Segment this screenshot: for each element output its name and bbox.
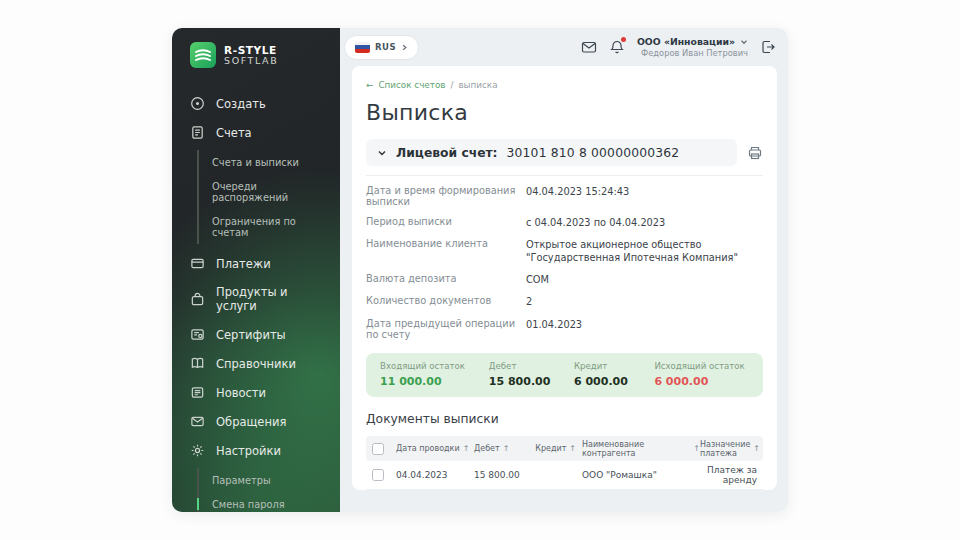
account-selector[interactable]: Лицевой счет: 30101 810 8 00000000362: [366, 139, 737, 166]
sidebar-item-label: Настройки: [216, 444, 281, 458]
sidebar-item-messages[interactable]: Обращения: [190, 408, 326, 435]
field-row: Дата предыдущей операции по счету 01.04.…: [366, 313, 763, 344]
table-row[interactable]: 04.04.2023 15 800.00 ООО "Ромашка" Плате…: [366, 461, 763, 490]
summary-credit: Кредит 6 000.00: [574, 361, 654, 388]
summary-value: 15 800.00: [489, 375, 574, 388]
accounts-icon: [190, 125, 205, 140]
cell-contractor: ООО "Ромашка": [582, 470, 700, 480]
field-label: Наименование клиента: [366, 238, 516, 264]
sidebar-subitem-change-password[interactable]: Смена пароля: [212, 492, 326, 512]
russian-flag-icon: [355, 42, 370, 53]
user-menu[interactable]: ООО «Инновации» Федоров Иван Петрович: [637, 36, 748, 59]
accounts-submenu: Счета и выписки Очереди распоряжений Огр…: [197, 150, 326, 244]
logout-icon[interactable]: [760, 39, 776, 55]
field-row: Период выписки с 04.04.2023 по 04.04.202…: [366, 211, 763, 233]
field-label: Дата и время формирования выписки: [366, 185, 516, 207]
sidebar-item-accounts[interactable]: Счета: [190, 119, 326, 146]
sidebar-item-certificates[interactable]: Сертифиты: [190, 321, 326, 348]
logo-line2: SOFTLAB: [224, 56, 278, 66]
field-value: Открытое акционерное общество "Государст…: [526, 238, 763, 264]
logo-line1: R-STYLE: [224, 45, 278, 56]
topbar: RUS ООО «Инновации» Федоров Иван Петрови…: [340, 28, 788, 66]
content-card: ← Список счетов / выписка Выписка Лицево…: [352, 66, 777, 490]
cell-debit: 15 800.00: [474, 470, 524, 480]
summary-value: 6 000.00: [654, 375, 749, 388]
sidebar-item-products[interactable]: Продукты и услуги: [190, 279, 326, 319]
table-header: Дата проводки↑ Дебет↑ Кредит↑ Наименован…: [366, 436, 763, 461]
field-row: Дата и время формирования выписки 04.04.…: [366, 180, 763, 211]
field-value: с 04.04.2023 по 04.04.2023: [526, 216, 763, 229]
sort-asc-icon: ↑: [503, 444, 510, 453]
breadcrumb-back-arrow-icon[interactable]: ←: [366, 80, 373, 90]
sidebar-item-label: Платежи: [216, 257, 271, 271]
breadcrumb-current: выписка: [458, 80, 497, 90]
field-label: Период выписки: [366, 216, 516, 229]
app-window: R-STYLE SOFTLAB Создать Счета Счета и вы…: [172, 28, 788, 512]
sidebar-item-label: Продукты и услуги: [216, 285, 326, 313]
sort-asc-icon: ↑: [693, 444, 700, 453]
divider: [366, 175, 763, 176]
field-label: Дата предыдущей операции по счету: [366, 318, 516, 340]
logo-text: R-STYLE SOFTLAB: [224, 45, 278, 66]
summary-opening-balance: Входящий остаток 11 000.00: [380, 361, 489, 388]
column-header-credit[interactable]: Кредит↑: [524, 444, 582, 453]
field-label: Количество документов: [366, 295, 516, 308]
create-icon: [190, 96, 205, 111]
sort-asc-icon: ↑: [569, 444, 576, 453]
cell-date: 04.04.2023: [396, 470, 474, 480]
field-row: Валюта депозита COM: [366, 269, 763, 291]
column-header-contractor[interactable]: Наименование контрагента↑: [582, 440, 700, 458]
sidebar-subitem-account-restrictions[interactable]: Ограничения по счетам: [212, 209, 326, 244]
mail-icon[interactable]: [581, 39, 597, 55]
field-value: COM: [526, 273, 763, 286]
balance-summary: Входящий остаток 11 000.00 Дебет 15 800.…: [366, 353, 763, 397]
breadcrumb-link-accounts[interactable]: Список счетов: [378, 80, 445, 90]
notifications-bell-icon[interactable]: [609, 39, 625, 55]
page-title: Выписка: [366, 100, 763, 125]
field-row: Количество документов 2: [366, 291, 763, 313]
sidebar: R-STYLE SOFTLAB Создать Счета Счета и вы…: [172, 28, 340, 512]
payments-icon: [190, 256, 205, 271]
language-label: RUS: [375, 42, 396, 52]
sidebar-item-label: Справочники: [216, 357, 296, 371]
language-selector[interactable]: RUS: [344, 35, 419, 60]
breadcrumb: ← Список счетов / выписка: [366, 80, 763, 90]
field-label: Валюта депозита: [366, 273, 516, 286]
summary-label: Кредит: [574, 361, 654, 371]
sort-asc-icon: ↑: [463, 444, 470, 453]
notification-badge: [621, 37, 626, 42]
row-checkbox[interactable]: [372, 469, 384, 481]
sidebar-item-label: Новости: [216, 386, 266, 400]
account-row: Лицевой счет: 30101 810 8 00000000362: [366, 139, 763, 166]
statement-fields: Дата и время формирования выписки 04.04.…: [366, 180, 763, 344]
sort-asc-icon: ↑: [753, 444, 760, 453]
select-all-checkbox[interactable]: [372, 443, 384, 455]
field-value: 01.04.2023: [526, 318, 763, 340]
column-header-purpose[interactable]: Назначение платежа↑: [700, 440, 760, 458]
sidebar-item-directories[interactable]: Справочники: [190, 350, 326, 377]
documents-section-title: Документы выписки: [366, 412, 763, 426]
logo[interactable]: R-STYLE SOFTLAB: [190, 42, 326, 68]
company-name: ООО «Инновации»: [637, 36, 735, 48]
account-label: Лицевой счет:: [396, 146, 498, 160]
sidebar-subitem-accounts-statements[interactable]: Счета и выписки: [212, 150, 326, 174]
sidebar-subitem-order-queues[interactable]: Очереди распоряжений: [212, 174, 326, 209]
field-row: Наименование клиента Открытое акционерно…: [366, 233, 763, 268]
sidebar-item-payments[interactable]: Платежи: [190, 250, 326, 277]
field-value: 04.04.2023 15:24:43: [526, 185, 763, 207]
column-header-date[interactable]: Дата проводки↑: [396, 444, 474, 453]
user-name: Федоров Иван Петрович: [637, 48, 748, 59]
summary-value: 11 000.00: [380, 375, 489, 388]
cell-purpose: Платеж за аренду: [700, 465, 757, 485]
sidebar-nav: Создать Счета Счета и выписки Очереди ра…: [190, 90, 326, 512]
sidebar-item-settings[interactable]: Настройки: [190, 437, 326, 464]
summary-debit: Дебет 15 800.00: [489, 361, 574, 388]
sidebar-item-label: Создать: [216, 97, 266, 111]
print-icon[interactable]: [747, 145, 763, 161]
sidebar-item-create[interactable]: Создать: [190, 90, 326, 117]
column-header-debit[interactable]: Дебет↑: [474, 444, 524, 453]
sidebar-subitem-parameters[interactable]: Параметры: [212, 468, 326, 492]
sidebar-item-news[interactable]: Новости: [190, 379, 326, 406]
messages-icon: [190, 414, 205, 429]
sidebar-item-label: Обращения: [216, 415, 286, 429]
